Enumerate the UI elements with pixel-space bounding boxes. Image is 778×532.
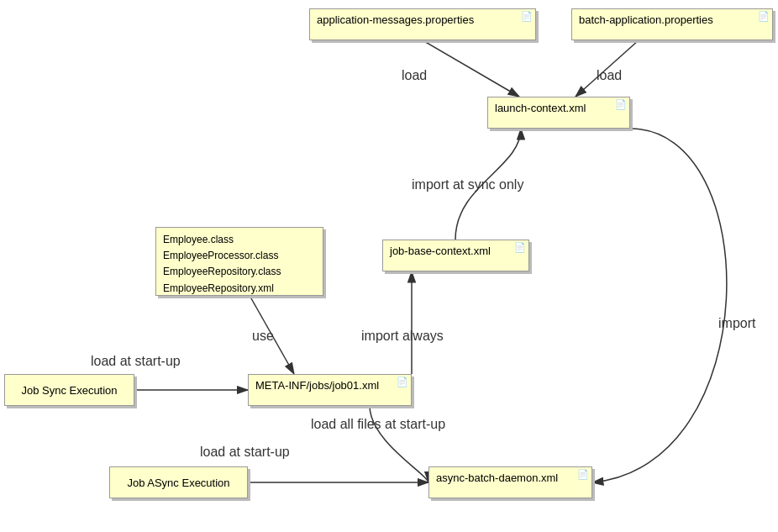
employee-repo-class-label: EmployeeRepository.class bbox=[163, 264, 316, 280]
async-batch-label: async-batch-daemon.xml bbox=[436, 471, 558, 484]
use-label: use bbox=[252, 329, 274, 343]
job-base-context-node: job-base-context.xml bbox=[382, 240, 529, 271]
diagram-container: load load import at sync only use import… bbox=[0, 0, 778, 532]
employee-class-label: Employee.class bbox=[163, 232, 316, 248]
load-all-label: load all files at start-up bbox=[311, 417, 445, 431]
app-messages-label: application-messages.properties bbox=[317, 13, 474, 26]
employee-repo-xml-label: EmployeeRepository.xml bbox=[163, 281, 316, 297]
async-batch-node: async-batch-daemon.xml bbox=[428, 466, 592, 498]
load-startup-label-2: load at start-up bbox=[200, 445, 290, 459]
svg-line-2 bbox=[423, 40, 519, 97]
launch-context-node: launch-context.xml bbox=[487, 97, 630, 129]
meta-inf-label: META-INF/jobs/job01.xml bbox=[255, 379, 379, 392]
app-messages-node: application-messages.properties bbox=[309, 8, 536, 40]
job-sync-label: Job Sync Execution bbox=[21, 384, 117, 397]
batch-app-label: batch-application.properties bbox=[579, 13, 713, 26]
batch-app-node: batch-application.properties bbox=[571, 8, 773, 40]
import-label: import bbox=[718, 316, 756, 330]
job-base-context-label: job-base-context.xml bbox=[390, 245, 491, 257]
job-async-label: Job ASync Execution bbox=[127, 477, 229, 489]
meta-inf-node: META-INF/jobs/job01.xml bbox=[248, 374, 412, 406]
employee-files-node: Employee.class EmployeeProcessor.class E… bbox=[155, 227, 323, 296]
employee-processor-label: EmployeeProcessor.class bbox=[163, 248, 316, 264]
load-label-1: load bbox=[402, 68, 427, 82]
load-startup-label-1: load at start-up bbox=[91, 354, 181, 368]
load-label-2: load bbox=[597, 68, 622, 82]
job-sync-node: Job Sync Execution bbox=[4, 374, 134, 406]
launch-context-label: launch-context.xml bbox=[495, 102, 586, 114]
import-always-label: import always bbox=[361, 329, 444, 343]
import-sync-label: import at sync only bbox=[412, 177, 523, 192]
job-async-node: Job ASync Execution bbox=[109, 466, 248, 498]
